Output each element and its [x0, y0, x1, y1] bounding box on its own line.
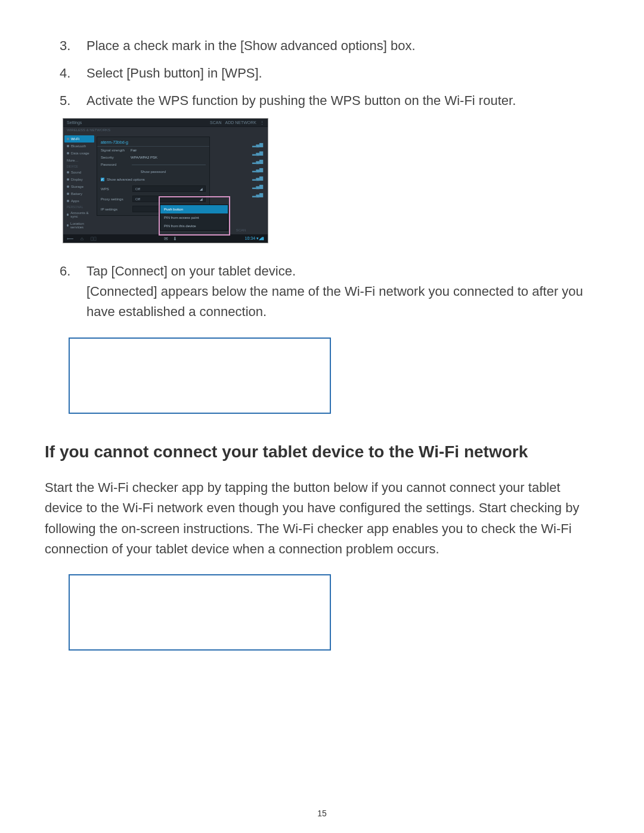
wifi-signal-icon: ▂▄▆ [214, 174, 268, 182]
placeholder-box-2 [69, 574, 331, 651]
screenshot-main: aterm-73bbd-g Signal strength Fair Secur… [95, 134, 214, 236]
wifi-signal-icon: ▂▄▆ [214, 165, 268, 174]
security-value: WPA/WPA2 PSK [131, 156, 157, 159]
sidebar-item-display: Display [64, 176, 94, 183]
sidebar-item-more: More… [64, 157, 94, 164]
step-5: 5. Activate the WPS function by pushing … [63, 91, 599, 111]
caret-icon: ◢ [200, 187, 203, 191]
dropdown-option-push: Push button [160, 205, 228, 213]
sidebar-item-bluetooth: Bluetooth [64, 143, 94, 150]
sidebar-item-apps: Apps [64, 197, 94, 205]
status-clock: 10:34 ▾◢▮ [245, 236, 264, 241]
step-text: Tap [Connect] on your tablet device. [86, 264, 296, 278]
section-paragraph: Start the Wi-Fi checker app by tapping t… [45, 478, 599, 559]
notif-icon: ⬇ [173, 236, 177, 241]
home-icon: ⌂ [80, 236, 83, 241]
instruction-list: 3. Place a check mark in the [Show advan… [63, 36, 599, 111]
menu-icon: ⋮ [260, 120, 264, 125]
security-label: Security [101, 156, 131, 159]
screenshot-titlebar: Settings SCAN ADD NETWORK ⋮ [63, 119, 268, 127]
advanced-checkbox-icon [101, 178, 104, 181]
notif-icon: ✉ [164, 236, 168, 241]
sidebar-item-sound: Sound [64, 169, 94, 176]
password-label: Password [101, 163, 131, 166]
step-3: 3. Place a check mark in the [Show advan… [63, 36, 599, 56]
sidebar-item-accounts: Accounts & sync [64, 209, 94, 220]
sidebar-section-device: DEVICE [64, 164, 94, 169]
sidebar-item-wifi: Wi-Fi [64, 135, 94, 143]
step-number: 3. [60, 36, 70, 56]
step-number: 6. [60, 261, 70, 281]
signal-value: Fair [131, 148, 137, 152]
advanced-label: Show advanced options [107, 178, 145, 181]
add-network-action: ADD NETWORK [225, 120, 257, 125]
wps-dropdown: Push button PIN from access point PIN fr… [160, 205, 228, 231]
tablet-screenshot: Settings SCAN ADD NETWORK ⋮ WIRELESS & N… [63, 118, 268, 243]
wifi-signal-icon: ▂▄▆ [214, 157, 268, 165]
step-6: 6. Tap [Connect] on your tablet device. … [63, 261, 599, 322]
dropdown-option-pin-device: PIN from this device [160, 222, 228, 230]
signal-label: Signal strength [101, 148, 131, 152]
step-subtext: [Connected] appears below the name of th… [86, 281, 599, 322]
sidebar-item-location: Location services [64, 220, 94, 231]
proxy-select: Off ◢ [132, 196, 206, 202]
sidebar-section-personal: PERSONAL [64, 205, 94, 209]
wps-label: WPS [101, 187, 130, 191]
sidebar-item-storage: Storage [64, 183, 94, 190]
section-heading: If you cannot connect your tablet device… [45, 441, 599, 463]
page-number: 15 [0, 809, 644, 818]
show-password-label: Show password [141, 170, 166, 174]
step-4: 4. Select [Push button] in [WPS]. [63, 63, 599, 83]
wifi-signal-icon: ▂▄▆ [214, 140, 268, 148]
settings-sidebar: Wi-Fi Bluetooth Data usage More… DEVICE … [63, 134, 95, 236]
dialog-ssid: aterm-73bbd-g [97, 138, 209, 147]
wps-select: Off ◢ [132, 185, 206, 192]
ip-label: IP settings [101, 208, 130, 211]
instruction-list-cont: 6. Tap [Connect] on your tablet device. … [63, 261, 599, 322]
step-text: Place a check mark in the [Show advanced… [86, 38, 416, 53]
sidebar-item-battery: Battery [64, 190, 94, 197]
back-icon: ⟵ [67, 236, 73, 241]
placeholder-box-1 [69, 337, 331, 414]
step-number: 4. [60, 63, 70, 83]
step-text: Select [Push button] in [WPS]. [86, 66, 262, 80]
android-navbar: ⟵ ⌂ ⌷⌷ ✉ ⬇ 10:34 ▾◢▮ [63, 234, 268, 243]
settings-title: Settings [67, 120, 82, 125]
scan-action: SCAN [210, 120, 221, 125]
sidebar-item-data: Data usage [64, 150, 94, 157]
wifi-signal-icon: ▂▄▆ [214, 182, 268, 190]
step-text: Activate the WPS function by pushing the… [86, 93, 516, 108]
wifi-signal-icon: ▂▄▆ [214, 148, 268, 157]
password-input [132, 165, 206, 165]
section-label: WIRELESS & NETWORKS [63, 127, 268, 134]
proxy-label: Proxy settings [101, 197, 130, 201]
caret-icon: ◢ [200, 197, 203, 201]
step-number: 5. [60, 91, 70, 111]
recent-icon: ⌷⌷ [91, 236, 97, 241]
wifi-signal-icon: ▂▄▆ [214, 190, 268, 199]
dropdown-option-pin-ap: PIN from access point [160, 213, 228, 222]
